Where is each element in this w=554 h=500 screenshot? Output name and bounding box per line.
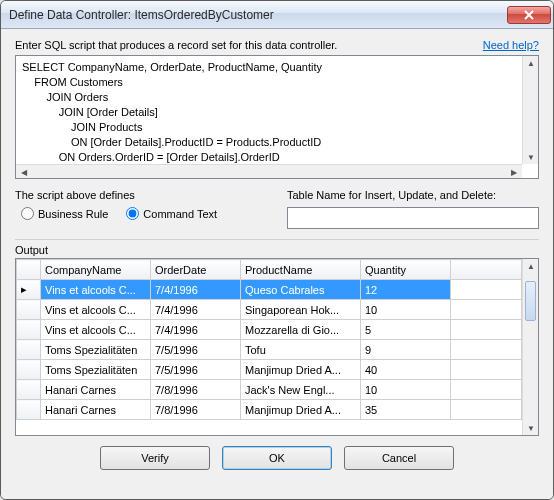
scroll-right-icon[interactable]: ▶ — [506, 165, 522, 179]
cell-spacer — [451, 280, 522, 300]
cell[interactable]: Manjimup Dried A... — [241, 400, 361, 420]
radio-business-rule[interactable]: Business Rule — [21, 207, 108, 220]
titlebar[interactable]: Define Data Controller: ItemsOrderedByCu… — [1, 1, 553, 29]
row-indicator — [17, 360, 41, 380]
sql-script-input[interactable]: SELECT CompanyName, OrderDate, ProductNa… — [15, 55, 539, 179]
cell[interactable]: Hanari Carnes — [41, 380, 151, 400]
scroll-down-icon[interactable]: ▼ — [523, 150, 539, 164]
column-header-spacer — [451, 260, 522, 280]
script-defines-group: The script above defines Business Rule C… — [15, 189, 267, 229]
sql-horizontal-scrollbar[interactable]: ◀ ▶ — [16, 164, 522, 178]
cell[interactable]: 9 — [361, 340, 451, 360]
radio-business-rule-input[interactable] — [21, 207, 34, 220]
cell[interactable]: 10 — [361, 300, 451, 320]
cell-spacer — [451, 320, 522, 340]
table-name-group: Table Name for Insert, Update, and Delet… — [287, 189, 539, 229]
ok-button[interactable]: OK — [222, 446, 332, 470]
script-defines-label: The script above defines — [15, 189, 267, 201]
column-header[interactable]: ProductName — [241, 260, 361, 280]
cell[interactable]: 40 — [361, 360, 451, 380]
cell[interactable]: Vins et alcools C... — [41, 280, 151, 300]
column-header[interactable]: OrderDate — [151, 260, 241, 280]
scroll-left-icon[interactable]: ◀ — [16, 165, 32, 179]
table-name-input[interactable] — [287, 207, 539, 229]
cell[interactable]: 7/8/1996 — [151, 400, 241, 420]
scroll-up-icon[interactable]: ▲ — [523, 259, 539, 273]
radio-command-text-label: Command Text — [143, 208, 217, 220]
cell[interactable]: Singaporean Hok... — [241, 300, 361, 320]
grid-vertical-scrollbar[interactable]: ▲ ▼ — [522, 259, 538, 435]
cell[interactable]: Jack's New Engl... — [241, 380, 361, 400]
dialog-buttons: Verify OK Cancel — [15, 436, 539, 472]
cell[interactable]: Mozzarella di Gio... — [241, 320, 361, 340]
client-area: Enter SQL script that produces a record … — [1, 29, 553, 499]
radio-command-text[interactable]: Command Text — [126, 207, 217, 220]
sql-vertical-scrollbar[interactable]: ▲ ▼ — [522, 56, 538, 164]
scrollbar-thumb[interactable] — [525, 281, 536, 321]
cell[interactable]: 12 — [361, 280, 451, 300]
cell[interactable]: 5 — [361, 320, 451, 340]
output-grid[interactable]: CompanyName OrderDate ProductName Quanti… — [15, 258, 539, 436]
table-name-label: Table Name for Insert, Update, and Delet… — [287, 189, 539, 201]
column-header[interactable]: Quantity — [361, 260, 451, 280]
table-row[interactable]: Toms Spezialitäten7/5/1996Manjimup Dried… — [17, 360, 522, 380]
cell-spacer — [451, 380, 522, 400]
sql-text: SELECT CompanyName, OrderDate, ProductNa… — [22, 61, 322, 178]
table-row[interactable]: Vins et alcools C...7/4/1996Singaporean … — [17, 300, 522, 320]
cell[interactable]: Queso Cabrales — [241, 280, 361, 300]
row-indicator — [17, 380, 41, 400]
row-indicator — [17, 320, 41, 340]
cell[interactable]: Tofu — [241, 340, 361, 360]
cell-spacer — [451, 300, 522, 320]
row-indicator — [17, 400, 41, 420]
table-row[interactable]: ▸Vins et alcools C...7/4/1996Queso Cabra… — [17, 280, 522, 300]
output-table[interactable]: CompanyName OrderDate ProductName Quanti… — [16, 259, 522, 420]
row-header-corner — [17, 260, 41, 280]
cell[interactable]: Vins et alcools C... — [41, 320, 151, 340]
row-indicator — [17, 300, 41, 320]
cell[interactable]: 7/4/1996 — [151, 300, 241, 320]
verify-button[interactable]: Verify — [100, 446, 210, 470]
cell[interactable]: 7/5/1996 — [151, 340, 241, 360]
row-indicator — [17, 340, 41, 360]
cell[interactable]: 10 — [361, 380, 451, 400]
cell[interactable]: Toms Spezialitäten — [41, 340, 151, 360]
cell[interactable]: 7/4/1996 — [151, 280, 241, 300]
scroll-down-icon[interactable]: ▼ — [523, 421, 539, 435]
window-buttons — [507, 6, 551, 24]
column-header[interactable]: CompanyName — [41, 260, 151, 280]
radio-command-text-input[interactable] — [126, 207, 139, 220]
cell-spacer — [451, 400, 522, 420]
prompt-text: Enter SQL script that produces a record … — [15, 39, 337, 51]
table-row[interactable]: Hanari Carnes7/8/1996Manjimup Dried A...… — [17, 400, 522, 420]
scroll-up-icon[interactable]: ▲ — [523, 56, 539, 70]
dialog-window: Define Data Controller: ItemsOrderedByCu… — [0, 0, 554, 500]
close-button[interactable] — [507, 6, 551, 24]
cell-spacer — [451, 360, 522, 380]
cell[interactable]: 7/5/1996 — [151, 360, 241, 380]
cell[interactable]: Vins et alcools C... — [41, 300, 151, 320]
cell[interactable]: 35 — [361, 400, 451, 420]
output-label: Output — [15, 244, 539, 256]
help-link[interactable]: Need help? — [483, 39, 539, 51]
cell[interactable]: 7/8/1996 — [151, 380, 241, 400]
cell[interactable]: 7/4/1996 — [151, 320, 241, 340]
row-indicator: ▸ — [17, 280, 41, 300]
table-row[interactable]: Toms Spezialitäten7/5/1996Tofu9 — [17, 340, 522, 360]
window-title: Define Data Controller: ItemsOrderedByCu… — [9, 8, 507, 22]
cancel-button[interactable]: Cancel — [344, 446, 454, 470]
cell-spacer — [451, 340, 522, 360]
cell[interactable]: Toms Spezialitäten — [41, 360, 151, 380]
table-row[interactable]: Hanari Carnes7/8/1996Jack's New Engl...1… — [17, 380, 522, 400]
cell[interactable]: Manjimup Dried A... — [241, 360, 361, 380]
table-row[interactable]: Vins et alcools C...7/4/1996Mozzarella d… — [17, 320, 522, 340]
cell[interactable]: Hanari Carnes — [41, 400, 151, 420]
separator — [15, 239, 539, 240]
radio-business-rule-label: Business Rule — [38, 208, 108, 220]
